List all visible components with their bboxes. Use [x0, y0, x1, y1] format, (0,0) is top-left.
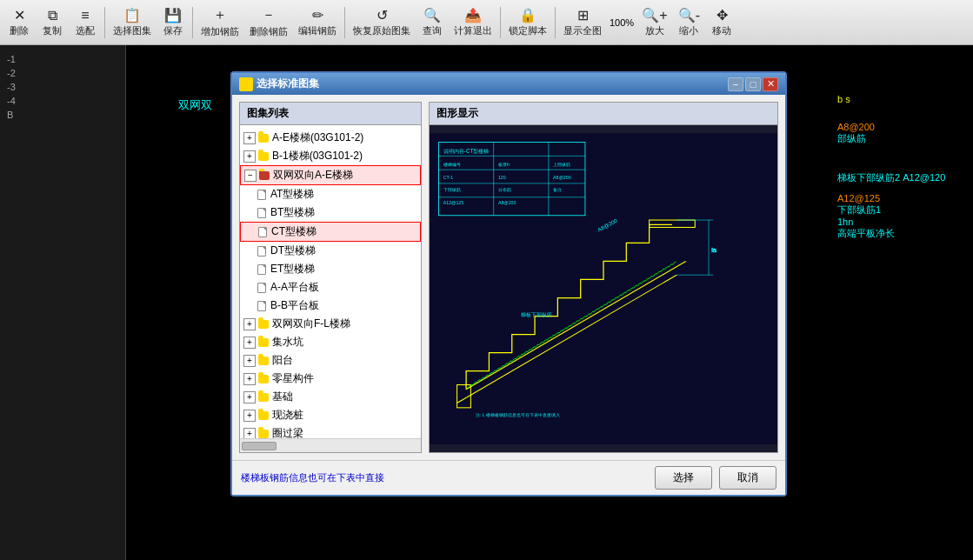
tree-expand-ht1[interactable]: +	[243, 391, 256, 403]
left-panel-item-4: -4	[3, 94, 122, 108]
tree-label-ft1: 阳台	[272, 353, 293, 368]
tree-item-at1[interactable]: + A-E楼梯(03G101-2)	[240, 129, 421, 147]
toolbar-sep-2	[192, 7, 193, 38]
toolbar-save-btn[interactable]: 💾 保存	[157, 4, 189, 40]
canvas-label: 双网双	[178, 97, 212, 113]
toolbar-restore-btn[interactable]: ↺ 恢复原始图集	[349, 4, 415, 40]
toolbar-query-btn[interactable]: 🔍 查询	[417, 4, 448, 40]
tree-scroll-x[interactable]	[240, 438, 421, 452]
dialog-close-btn[interactable]: ✕	[763, 77, 778, 91]
toolbar-sep-4	[500, 7, 501, 38]
canvas-annotation-1: b s	[837, 94, 970, 104]
toolbar-move-label: 移动	[712, 24, 731, 37]
toolbar-match-btn[interactable]: ≡ 选配	[70, 5, 101, 40]
toolbar-copy-btn[interactable]: ⧉ 复制	[37, 5, 68, 40]
canvas-annotation-4: 梯板下部纵筋2 A12@120	[837, 171, 970, 184]
toolbar-calc-exit-btn[interactable]: 📤 计算退出	[450, 4, 496, 40]
dialog-title-icon	[239, 77, 253, 91]
dialog-controls: − □ ✕	[728, 77, 778, 91]
folder-icon-jt1	[257, 428, 270, 439]
toolbar-delete-label: 删除	[10, 24, 29, 37]
dialog-cancel-btn[interactable]: 取消	[719, 466, 776, 490]
tree-expand-bt1[interactable]: +	[243, 150, 256, 163]
doc-icon-ct1a	[256, 189, 268, 201]
tree-item-ht1[interactable]: + 基础	[240, 388, 421, 406]
tree-item-ft1[interactable]: + 阳台	[240, 351, 421, 370]
dialog-select-btn[interactable]: 选择	[655, 466, 712, 490]
svg-text:备注: 备注	[553, 187, 562, 192]
tree-item-ct1b[interactable]: BT型楼梯	[240, 203, 421, 222]
toolbar-sep-5	[555, 7, 556, 38]
canvas-annotation-3: 部纵筋	[837, 132, 970, 145]
folder-icon-gt1	[257, 373, 270, 385]
folder-icon-bt1	[257, 150, 270, 163]
tree-item-ct1g[interactable]: B-B平台板	[240, 297, 421, 315]
match-icon: ≡	[81, 8, 89, 23]
tree-expand-dt1[interactable]: +	[243, 318, 256, 330]
tree-item-gt1[interactable]: + 零星构件	[240, 370, 421, 388]
tree-expand-jt1[interactable]: +	[243, 428, 256, 439]
svg-text:板厚h: 板厚h	[497, 162, 510, 167]
svg-rect-21	[650, 220, 696, 227]
main-area: -1 -2 -3 -4 B 双网双 b s A8@200 部纵筋 梯板下部纵筋2…	[0, 45, 973, 560]
tree-item-ct1e[interactable]: ET型楼梯	[240, 260, 421, 278]
dialog-maximize-btn[interactable]: □	[745, 77, 761, 91]
tree-body[interactable]: + A-E楼梯(03G101-2) + B-1楼梯(03G101-2)	[240, 125, 421, 438]
tree-expand-ft1[interactable]: +	[243, 355, 256, 367]
toolbar-sep-1	[104, 7, 105, 38]
dialog-body: 图集列表 + A-E楼梯(03G101-2) + B-1楼梯(03G10	[232, 95, 785, 460]
image-panel: 图形显示	[429, 102, 778, 453]
toolbar-calc-exit-label: 计算退出	[454, 24, 492, 37]
tree-expand-at1[interactable]: +	[243, 132, 256, 144]
dialog-minimize-btn[interactable]: −	[728, 77, 743, 91]
toolbar-del-rebar-btn[interactable]: － 删除钢筋	[245, 3, 292, 41]
tree-item-dt1[interactable]: + 双网双向F-L楼梯	[240, 315, 421, 333]
tree-item-jt1[interactable]: + 圈过梁	[240, 424, 421, 438]
svg-text:CT-1: CT-1	[443, 175, 453, 180]
toolbar-zoom-in-btn[interactable]: 🔍+ 放大	[637, 4, 671, 40]
toolbar-zoom-out-btn[interactable]: 🔍- 缩小	[673, 4, 704, 40]
toolbar-lock-btn[interactable]: 🔒 锁定脚本	[504, 4, 551, 40]
image-panel-header: 图形显示	[430, 103, 777, 125]
toolbar-sep-3	[344, 7, 345, 38]
tree-label-jt1: 圈过梁	[272, 426, 303, 438]
tree-label-ct1g: B-B平台板	[270, 298, 319, 313]
query-icon: 🔍	[423, 7, 441, 23]
tree-item-ct1a[interactable]: AT型楼梯	[240, 185, 421, 203]
tree-expand-it1[interactable]: +	[243, 410, 256, 422]
tree-label-et1: 集水坑	[272, 335, 303, 350]
tree-item-ct1f[interactable]: A-A平台板	[240, 278, 421, 297]
toolbar-move-btn[interactable]: ✥ 移动	[706, 4, 737, 40]
tree-item-ct1d[interactable]: DT型楼梯	[240, 242, 421, 260]
tree-item-ct1c[interactable]: CT型楼梯	[240, 222, 421, 242]
folder-icon-ft1	[257, 355, 270, 367]
tree-item-et1[interactable]: + 集水坑	[240, 333, 421, 351]
toolbar-show-all-label: 显示全图	[563, 24, 602, 37]
toolbar-delete-btn[interactable]: ✕ 删除	[3, 4, 35, 40]
tree-item-bt1[interactable]: + B-1楼梯(03G101-2)	[240, 147, 421, 165]
zoom-in-icon: 🔍+	[642, 7, 667, 23]
image-body: 说明内容-CT型楼梯 楼梯编号 板厚h 上部纵筋 CT-1 120 A8@200…	[430, 125, 777, 452]
toolbar-edit-rebar-btn[interactable]: ✏ 编辑钢筋	[294, 4, 341, 40]
svg-text:la: la	[711, 246, 717, 254]
canvas-area: 双网双 b s A8@200 部纵筋 梯板下部纵筋2 A12@120 A12@1…	[126, 45, 973, 560]
tree-item-ct1[interactable]: − 双网双向A-E楼梯	[240, 165, 421, 185]
tree-label-it1: 现浇桩	[272, 408, 303, 423]
svg-text:分布筋: 分布筋	[498, 187, 511, 192]
stair-diagram: 说明内容-CT型楼梯 楼梯编号 板厚h 上部纵筋 CT-1 120 A8@200…	[430, 125, 777, 452]
toolbar-del-rebar-label: 删除钢筋	[250, 25, 288, 38]
toolbar-select-set-btn[interactable]: 📋 选择图集	[109, 4, 156, 40]
tree-item-it1[interactable]: + 现浇桩	[240, 406, 421, 424]
svg-text:A12@125: A12@125	[443, 200, 464, 205]
toolbar-show-all-btn[interactable]: ⊞ 显示全图	[559, 4, 606, 40]
tree-expand-ct1[interactable]: −	[244, 170, 257, 182]
tree-expand-et1[interactable]: +	[243, 337, 256, 349]
show-all-icon: ⊞	[577, 7, 589, 23]
svg-text:梯板下部纵筋: 梯板下部纵筋	[520, 311, 552, 317]
tree-expand-gt1[interactable]: +	[243, 373, 256, 385]
toolbar-add-rebar-btn[interactable]: ＋ 增加钢筋	[197, 3, 243, 41]
calc-exit-icon: 📤	[464, 7, 482, 23]
toolbar-copy-label: 复制	[43, 24, 62, 37]
restore-icon: ↺	[377, 7, 388, 23]
tree-scroll-thumb[interactable]	[242, 442, 277, 450]
